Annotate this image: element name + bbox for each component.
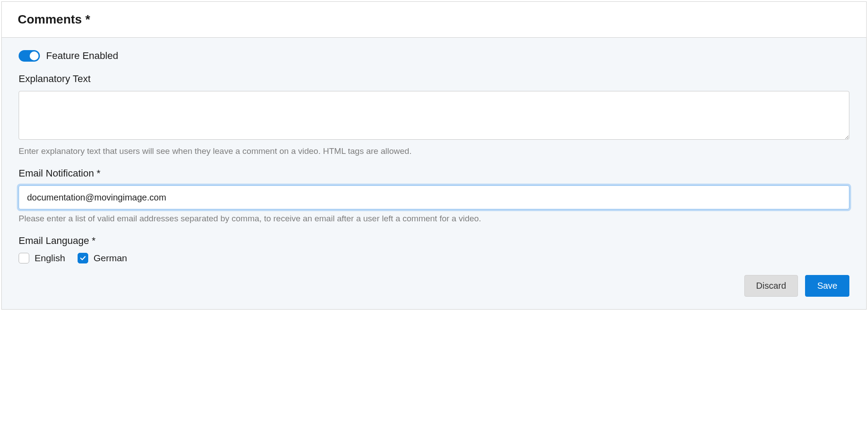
feature-enabled-toggle[interactable] xyxy=(19,50,40,62)
english-checkbox[interactable] xyxy=(19,253,29,263)
email-notification-label: Email Notification * xyxy=(19,168,849,179)
panel-header: Comments * xyxy=(2,2,866,38)
german-checkbox[interactable] xyxy=(78,253,88,263)
english-checkbox-label: English xyxy=(35,253,65,263)
discard-button[interactable]: Discard xyxy=(744,275,798,297)
comments-panel: Comments * Feature Enabled Explanatory T… xyxy=(1,1,867,310)
email-language-label: Email Language * xyxy=(19,235,849,247)
explanatory-text-input[interactable] xyxy=(19,91,849,140)
feature-enabled-label: Feature Enabled xyxy=(46,50,118,62)
explanatory-text-label: Explanatory Text xyxy=(19,73,849,85)
toggle-knob xyxy=(30,51,39,60)
german-checkbox-label: German xyxy=(94,253,127,263)
email-notification-input[interactable] xyxy=(19,185,849,209)
panel-title: Comments * xyxy=(18,12,850,27)
check-icon xyxy=(80,255,86,261)
email-notification-hint: Please enter a list of valid email addre… xyxy=(19,214,849,224)
save-button[interactable]: Save xyxy=(805,275,849,297)
explanatory-text-hint: Enter explanatory text that users will s… xyxy=(19,146,849,156)
panel-body: Feature Enabled Explanatory Text Enter e… xyxy=(2,38,866,309)
